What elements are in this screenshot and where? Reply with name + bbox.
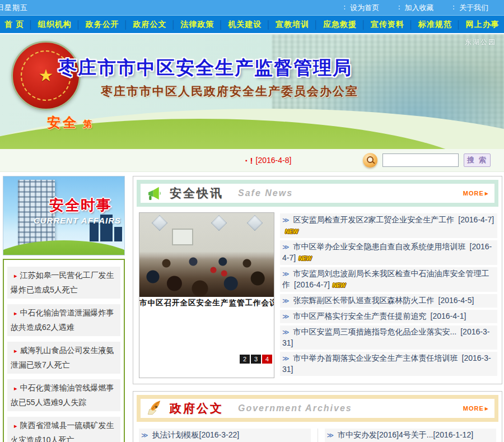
safe-news-more-link[interactable]: MORE ▶: [463, 190, 489, 197]
gov-docs-list-right: ≫市中安办发[2016]4号关于...[2016-1-12] ≫关于在全区开展安…: [318, 429, 497, 442]
search-group: 搜 索: [363, 153, 504, 168]
search-input[interactable]: [382, 153, 459, 167]
link-divider-icon: ∶: [453, 3, 455, 12]
news-ticker[interactable]: ▪ ! [2016-4-8]: [245, 149, 291, 171]
sidebar-news-item[interactable]: ▸中石化黄潍输油管线爆燃事故已55人遇难9人失踪: [7, 379, 120, 411]
content-column: 安全快讯 Safe News MORE ▶: [133, 176, 502, 442]
nav-item-gov-affairs[interactable]: 政务公开: [86, 20, 119, 30]
nav-item-organization[interactable]: 组织机构: [38, 20, 72, 30]
skyline-bar: [114, 227, 122, 241]
nav-separator: │: [219, 20, 224, 29]
doc-date: [2016-3-22]: [199, 430, 240, 439]
banner: ★ 枣庄市市中区安全生产监督管理局 枣庄市市中区人民政府安全生产委员会办公室 安…: [0, 34, 504, 149]
news-date: [2016-4-7]: [458, 215, 494, 224]
new-badge: NEW: [333, 280, 346, 291]
news-title: 市中区安监局三项措施指导危化品企业落实安...: [293, 327, 457, 336]
safe-news-list: ≫区安监局检查开发区2家工贸企业安全生产工作[2016-4-7]NEW ≫市中区…: [280, 213, 497, 378]
gov-docs-section: 政府公文 Government Archives MORE ▶ ≫执法计划模板[…: [133, 391, 502, 442]
meeting-photo: [139, 213, 274, 297]
sidebar-news-item[interactable]: ▸江苏如皋一民营化工厂发生爆炸已造成5人死亡: [7, 267, 120, 299]
double-arrow-bullet-icon: ≫: [282, 270, 290, 278]
search-row: ▪ ! [2016-4-8] 搜 索: [0, 149, 504, 172]
photo-watermark: 东湖公园: [465, 38, 496, 47]
nav-item-agency-building[interactable]: 机关建设: [228, 20, 262, 30]
nav-separator: │: [76, 20, 81, 29]
gov-docs-header: 政府公文 Government Archives MORE ▶: [137, 395, 498, 422]
add-favorites-label: 加入收藏: [405, 3, 434, 13]
quill-icon: [145, 399, 163, 417]
page-dot-3[interactable]: 3: [251, 355, 261, 364]
nav-separator: │: [124, 20, 129, 29]
nav-item-emergency-rescue[interactable]: 应急救援: [323, 20, 357, 30]
news-item[interactable]: ≫市中区严格实行安全生产责任提前追究[2016-4-1]: [280, 310, 497, 323]
nav-separator: │: [409, 20, 414, 29]
arrow-bullet-icon: ▸: [14, 272, 17, 279]
double-arrow-bullet-icon: ≫: [282, 243, 290, 251]
news-item[interactable]: ≫区安监局检查开发区2家工贸企业安全生产工作[2016-4-7]NEW: [280, 213, 497, 238]
news-item[interactable]: ≫张宗辉副区长带队巡查我区森林防火工作[2016-4-5]: [280, 294, 497, 308]
nav-item-laws-policies[interactable]: 法律政策: [180, 20, 214, 30]
top-utility-bar: 日星期五 ∶ 设为首页 ∶ 加入收藏 ∶ 关于我们: [0, 0, 504, 15]
page-dot-2[interactable]: 2: [240, 355, 250, 364]
doc-title: 执法计划模板: [152, 430, 199, 439]
meeting-crowd-shapes: [139, 213, 274, 297]
add-favorites-link[interactable]: ∶ 加入收藏: [398, 3, 433, 13]
arrow-bullet-icon: ▸: [14, 310, 17, 317]
site-title: 枣庄市市中区安全生产监督管理局: [58, 55, 352, 81]
set-homepage-label: 设为首页: [350, 3, 379, 13]
more-arrow-icon: ▶: [485, 191, 489, 196]
search-icon: [363, 153, 377, 168]
double-arrow-bullet-icon: ≫: [327, 431, 334, 439]
ticker-bullet-icon: ▪: [245, 157, 248, 164]
doc-item[interactable]: ≫执法计划模板[2016-3-22]: [139, 429, 311, 442]
news-item[interactable]: ≫市安监局刘忠波副局长来我区检查中石油油库安全管理工作[2016-4-7]NEW: [280, 267, 497, 292]
set-homepage-link[interactable]: ∶ 设为首页: [344, 3, 379, 13]
photo-slideshow[interactable]: 2 3 4 市中区召开全区安全生产监管工作会议: [139, 212, 274, 378]
double-arrow-bullet-icon: ≫: [141, 431, 148, 439]
ticker-exclamation-icon: !: [250, 156, 253, 165]
sidebar-news-item[interactable]: ▸陕西省澄城县一硫磺矿发生火灾造成10人死亡: [7, 417, 120, 442]
safe-news-body: 2 3 4 市中区召开全区安全生产监管工作会议 ≫区安监局检查开发区2家工贸企业…: [133, 210, 502, 384]
sidebar-news-item[interactable]: ▸威海乳山食品公司发生液氨泄漏已致7人死亡: [7, 342, 120, 374]
skyline-bar: [90, 222, 99, 241]
nav-item-education-training[interactable]: 宣教培训: [276, 20, 309, 30]
page: 日星期五 ∶ 设为首页 ∶ 加入收藏 ∶ 关于我们 首 页 │ 组织机构 │ 政…: [0, 0, 504, 442]
double-arrow-bullet-icon: ≫: [282, 328, 290, 336]
arrow-bullet-icon: ▸: [14, 422, 17, 429]
nav-item-gov-documents[interactable]: 政府公文: [133, 20, 167, 30]
double-arrow-bullet-icon: ≫: [282, 216, 290, 224]
sidebar-news-text: 江苏如皋一民营化工厂发生爆炸已造成5人死亡: [11, 271, 114, 294]
nav-separator: │: [171, 20, 176, 29]
search-button[interactable]: 搜 索: [464, 153, 491, 167]
gov-docs-more-link[interactable]: MORE ▶: [463, 405, 489, 412]
news-item[interactable]: ≫市中举办首期落实企业安全生产主体责任培训班[2016-3-31]: [280, 352, 497, 376]
sidebar-news-text: 陕西省澄城县一硫磺矿发生火灾造成10人死亡: [11, 421, 114, 442]
sidebar-header-graphic: 安全时事 CURRENT AFFAIRS: [3, 176, 125, 255]
nav-item-online-services[interactable]: 网上办事: [466, 20, 500, 30]
nav-item-standards[interactable]: 标准规范: [418, 20, 452, 30]
news-item[interactable]: ≫市中区举办企业安全隐患自查自改系统使用培训班[2016-4-7]NEW: [280, 240, 497, 265]
sidebar-title: 安全时事: [49, 196, 112, 215]
news-item[interactable]: ≫市中区安监局三项措施指导危化品企业落实安...[2016-3-31]: [280, 325, 497, 350]
sidebar-subtitle: CURRENT AFFAIRS: [34, 216, 121, 225]
nav-item-home[interactable]: 首 页: [4, 20, 24, 30]
sidebar-news-text: 中石化输油管道泄漏爆炸事故共造成62人遇难: [11, 308, 114, 332]
double-arrow-bullet-icon: ≫: [282, 297, 290, 305]
doc-item[interactable]: ≫市中安办发[2016]4号关于...[2016-1-12]: [325, 429, 497, 442]
doc-date: [2016-1-12]: [433, 430, 473, 439]
nav-separator: │: [314, 20, 319, 29]
link-divider-icon: ∶: [344, 3, 346, 12]
double-arrow-bullet-icon: ≫: [282, 313, 290, 320]
nav-item-publicity-materials[interactable]: 宣传资料: [371, 20, 404, 30]
current-date: 日星期五: [0, 3, 28, 13]
sidebar-news-item[interactable]: ▸中石化输油管道泄漏爆炸事故共造成62人遇难: [7, 304, 120, 336]
new-badge: NEW: [298, 253, 311, 264]
news-title: 区安监局检查开发区2家工贸企业安全生产工作: [293, 215, 455, 224]
about-us-link[interactable]: ∶ 关于我们: [453, 3, 488, 13]
link-divider-icon: ∶: [398, 3, 400, 12]
new-badge: NEW: [285, 226, 298, 237]
gov-docs-list-left: ≫执法计划模板[2016-3-22] ≫关于做好全区生产经营单位“三类...[2…: [139, 429, 311, 442]
double-arrow-bullet-icon: ≫: [282, 355, 290, 362]
doc-title: 市中安办发[2016]4号关于...: [338, 430, 433, 439]
page-dot-4-active[interactable]: 4: [262, 355, 272, 364]
